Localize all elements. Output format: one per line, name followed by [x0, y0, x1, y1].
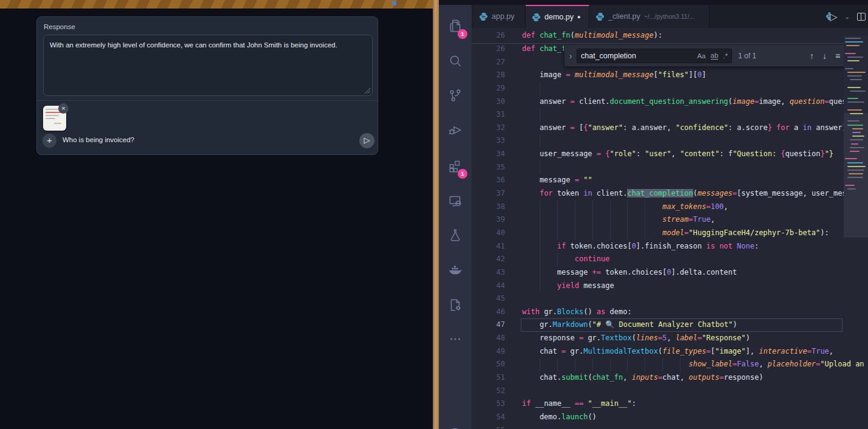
search-icon[interactable] [439, 46, 472, 76]
line-number: 51 [472, 371, 505, 385]
code-line-36[interactable]: 36 message = "" [472, 174, 868, 187]
line-number: 53 [472, 397, 505, 411]
tab-client-py[interactable]: _client.py ~/.../python3.11/... [589, 5, 710, 28]
code-line-48[interactable]: 48 response = gr.Textbox(lines=5, label=… [472, 332, 868, 345]
run-dropdown-chevron-icon[interactable]: ⌄ [845, 13, 850, 20]
tab-label: app.py [492, 12, 515, 21]
find-result-count: 1 of 1 [738, 52, 756, 60]
code-line-32[interactable]: 32 answer = [{"answer": a.answer, "confi… [472, 122, 868, 135]
tab-app-py[interactable]: app.py [473, 5, 526, 28]
response-textarea[interactable]: With an extremely high level of confiden… [43, 35, 373, 96]
code-line-39[interactable]: 39 stream=True, [472, 213, 868, 227]
line-number: 55 [472, 424, 505, 429]
code-line-51[interactable]: 51 chat.submit(chat_fn, inputs=chat, out… [472, 371, 868, 385]
line-number: 26 [472, 43, 505, 56]
gradio-panel: Response With an extremely high level of… [36, 16, 378, 155]
split-editor-icon[interactable] [857, 13, 866, 21]
tab-demo-py[interactable]: demo.py ● [526, 5, 589, 28]
code-line-37[interactable]: 37 for token in client.chat_completion(m… [472, 187, 868, 201]
extensions-badge: 1 [458, 169, 467, 179]
code-line-28[interactable]: 28 image = multimodal_message["files"][0… [472, 69, 868, 82]
python-icon [595, 12, 605, 21]
line-number: 49 [472, 345, 505, 359]
line-number: 47 [472, 318, 505, 332]
docker-icon[interactable] [439, 255, 472, 286]
run-debug-icon[interactable] [439, 115, 472, 145]
sticky-scroll-line[interactable]: 26def chat_fn(multimodal_message): [472, 28, 844, 44]
more-icon[interactable] [439, 324, 472, 354]
run-python-file-button[interactable]: ▷ [830, 11, 837, 22]
explorer-icon[interactable]: 1 [439, 11, 472, 41]
python-icon [479, 12, 488, 21]
code-line-47[interactable]: 47 gr.Markdown("# 🔍 Document Analyzer Ch… [472, 318, 868, 332]
code-line-38[interactable]: 38 max_tokens=100, [472, 201, 868, 214]
match-case-icon[interactable]: Aa [697, 52, 705, 60]
panel-divider [37, 100, 378, 101]
whole-word-icon[interactable]: ab [711, 52, 719, 60]
code-area[interactable]: 26def chat_fn(multimodal_message):2728 i… [472, 43, 868, 429]
tab-label: demo.py [544, 13, 574, 21]
find-query-text[interactable]: chat_completion [581, 52, 692, 60]
code-line-30[interactable]: 30 answer = client.document_question_ans… [472, 95, 868, 109]
remote-explorer-icon[interactable] [439, 186, 472, 216]
minimap[interactable] [844, 35, 868, 238]
code-line-29[interactable]: 29 [472, 82, 868, 95]
find-previous-icon[interactable]: ↑ [810, 51, 814, 61]
code-line-55[interactable]: 55 [472, 424, 868, 429]
line-number: 38 [472, 201, 505, 214]
line-number: 30 [472, 95, 505, 109]
titlebar-strip [439, 0, 868, 5]
line-number: 40 [472, 227, 505, 240]
browser-bar-dot [392, 1, 396, 5]
tab-bar: app.py demo.py ● _client.py ~/.../python… [472, 5, 868, 28]
code-line-34[interactable]: 34 user_message = {"role": "user", "cont… [472, 148, 868, 161]
code-line-40[interactable]: 40 model="HuggingFaceH4/zephyr-7b-beta")… [472, 227, 868, 240]
regex-icon[interactable]: .* [723, 52, 728, 60]
editor[interactable]: 26def chat_fn(multimodal_message):2728 i… [472, 28, 868, 429]
find-next-icon[interactable]: ↓ [822, 51, 827, 61]
python-icon [532, 13, 541, 22]
line-number: 29 [472, 82, 505, 95]
send-button[interactable]: ▷ [359, 133, 375, 148]
extensions-icon[interactable]: 1 [439, 151, 472, 181]
code-line-35[interactable]: 35 [472, 161, 868, 174]
send-icon: ▷ [364, 136, 370, 145]
browser-top-bar [0, 0, 433, 9]
find-in-selection-icon[interactable]: ≡ [835, 51, 840, 61]
testing-icon[interactable] [439, 220, 472, 250]
line-number: 45 [472, 292, 505, 306]
attach-file-button[interactable]: + [42, 134, 56, 148]
line-number: 46 [472, 306, 505, 319]
gradio-app: Response With an extremely high level of… [0, 0, 433, 429]
find-expand-chevron-icon[interactable]: › [565, 51, 577, 61]
tab-path: ~/.../python3.11/... [644, 13, 695, 20]
line-number: 33 [472, 134, 505, 148]
find-input[interactable]: chat_completion Aa ab .* [577, 49, 732, 63]
code-line-52[interactable]: 52 [472, 385, 868, 398]
chat-input[interactable]: Who is being invoiced? [63, 136, 134, 143]
code-line-46[interactable]: 46with gr.Blocks() as demo: [472, 306, 868, 319]
code-line-54[interactable]: 54 demo.launch() [472, 411, 868, 424]
code-line-43[interactable]: 43 message += token.choices[0].delta.con… [472, 266, 868, 280]
resize-handle-icon[interactable] [365, 88, 370, 94]
response-text: With an extremely high level of confiden… [50, 41, 337, 49]
line-number: 54 [472, 411, 505, 424]
code-line-31[interactable]: 31 [472, 108, 868, 122]
source-control-icon[interactable] [439, 80, 472, 111]
line-number: 39 [472, 213, 505, 227]
remove-image-button[interactable]: × [58, 103, 69, 114]
code-line-50[interactable]: 50 show_label=False, placeholder="Upload… [472, 358, 868, 371]
line-number: 52 [472, 385, 505, 398]
modified-dot-icon[interactable]: ● [577, 14, 580, 20]
code-line-42[interactable]: 42 continue [472, 253, 868, 266]
account-icon[interactable] [439, 420, 472, 429]
task-runner-icon[interactable] [439, 290, 472, 320]
code-line-45[interactable]: 45 [472, 292, 868, 306]
code-line-49[interactable]: 49 chat = gr.MultimodalTextbox(file_type… [472, 345, 868, 359]
code-line-44[interactable]: 44 yield message [472, 280, 868, 293]
code-line-33[interactable]: 33 [472, 134, 868, 148]
line-number: 50 [472, 358, 505, 371]
code-line-41[interactable]: 41 if token.choices[0].finish_reason is … [472, 240, 868, 253]
code-line-53[interactable]: 53if __name__ == "__main__": [472, 397, 868, 411]
vscode-window: 1 1 [439, 0, 868, 429]
